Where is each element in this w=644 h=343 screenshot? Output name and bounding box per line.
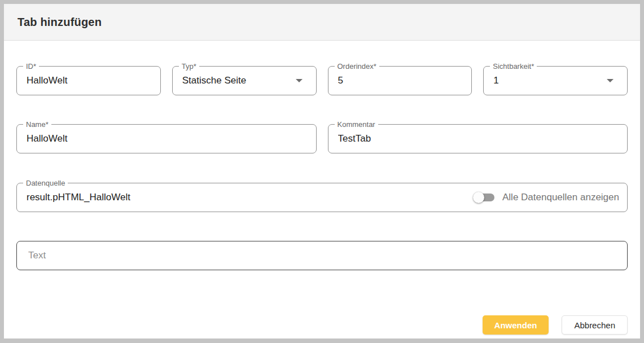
kommentar-field: Kommentar — [328, 124, 628, 153]
sichtbarkeit-select[interactable]: Sichtbarkeit* 1 — [483, 66, 628, 95]
id-field: ID* — [16, 66, 161, 95]
datenquelle-value: result.pHTML_HalloWelt — [27, 192, 130, 203]
form-row-2: Name* Kommentar — [16, 124, 628, 153]
form-row-4 — [16, 241, 628, 270]
orderindex-input[interactable] — [338, 75, 464, 86]
chevron-down-icon — [607, 79, 614, 82]
add-tab-dialog: Tab hinzufügen ID* Typ* Statische Seite … — [0, 0, 644, 343]
dialog-title: Tab hinzufügen — [17, 16, 102, 29]
cancel-button[interactable]: Abbrechen — [562, 315, 628, 335]
text-field — [16, 241, 628, 270]
toggle-thumb — [473, 192, 484, 203]
sichtbarkeit-selected-value: 1 — [493, 75, 498, 86]
datenquelle-field-label: Datenquelle — [23, 178, 68, 188]
dialog-body: ID* Typ* Statische Seite Orderindex* Sic… — [4, 66, 640, 335]
typ-select[interactable]: Typ* Statische Seite — [172, 66, 317, 95]
datenquelle-field: Datenquelle result.pHTML_HalloWelt Alle … — [16, 183, 628, 212]
typ-selected-value: Statische Seite — [182, 75, 246, 86]
name-input[interactable] — [27, 133, 308, 144]
kommentar-input[interactable] — [338, 133, 620, 144]
orderindex-field-label: Orderindex* — [335, 61, 379, 71]
toggle-label: Alle Datenquellen anzeigen — [502, 192, 619, 203]
id-input[interactable] — [27, 75, 152, 86]
sichtbarkeit-select-label: Sichtbarkeit* — [490, 61, 537, 71]
typ-select-label: Typ* — [179, 61, 199, 71]
dialog-actions: Anwenden Abbrechen — [16, 315, 628, 335]
toggle-switch-icon[interactable] — [473, 192, 495, 203]
name-field: Name* — [16, 124, 317, 153]
form-row-1: ID* Typ* Statische Seite Orderindex* Sic… — [16, 66, 628, 95]
chevron-down-icon — [296, 79, 303, 82]
dialog-header: Tab hinzufügen — [4, 4, 640, 41]
kommentar-field-label: Kommentar — [335, 120, 378, 129]
form-row-3: Datenquelle result.pHTML_HalloWelt Alle … — [16, 183, 628, 212]
all-datasources-toggle[interactable]: Alle Datenquellen anzeigen — [473, 192, 619, 203]
orderindex-field: Orderindex* — [328, 66, 472, 95]
name-field-label: Name* — [23, 120, 51, 129]
id-field-label: ID* — [23, 61, 39, 71]
text-input[interactable] — [28, 250, 619, 261]
apply-button[interactable]: Anwenden — [483, 315, 549, 335]
